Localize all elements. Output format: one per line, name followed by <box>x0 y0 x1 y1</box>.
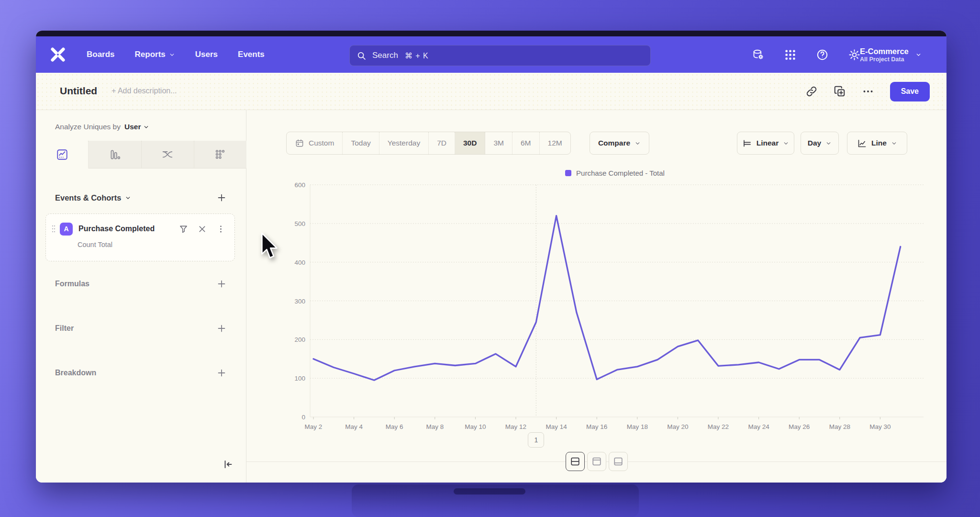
line-chart[interactable]: 0100200300400500600May 2May 4May 6May 8M… <box>287 180 943 433</box>
report-body: Analyze Uniques by User <box>36 110 947 483</box>
titlebar-actions: Save <box>805 73 947 110</box>
events-cohorts-label: Events & Cohorts <box>55 193 121 202</box>
project-switcher[interactable]: E-Commerce All Project Data <box>860 36 922 73</box>
date-range-group: Custom TodayYesterday7D30D3M6M12M <box>286 132 571 155</box>
x-tick-label: May 26 <box>789 423 810 430</box>
help-icon[interactable] <box>816 48 829 61</box>
dock-hint <box>454 488 525 495</box>
y-tick-label: 500 <box>294 220 305 227</box>
collapse-sidebar-icon[interactable] <box>222 459 234 470</box>
split-view-icon <box>570 456 580 467</box>
events-cohorts-dropdown[interactable]: Events & Cohorts <box>55 193 131 202</box>
events-cohorts-header: Events & Cohorts <box>55 192 227 203</box>
duplicate-icon[interactable] <box>834 85 846 98</box>
event-metric[interactable]: Count Total <box>78 241 112 248</box>
data-icon[interactable] <box>752 48 765 61</box>
chevron-down-icon <box>783 140 789 146</box>
drag-handle-icon[interactable] <box>51 224 56 234</box>
breakdown-label: Breakdown <box>55 369 96 377</box>
x-tick-label: May 30 <box>869 423 891 430</box>
nav-reports-label: Reports <box>135 50 166 59</box>
flow-chart-icon <box>161 148 174 161</box>
split-view-toggle[interactable] <box>566 452 585 471</box>
x-tick-label: May 8 <box>426 423 444 430</box>
interval-label: Day <box>808 139 821 147</box>
filter-funnel-icon[interactable] <box>178 224 189 234</box>
nav-events-label: Events <box>238 50 265 59</box>
range-button-7d[interactable]: 7D <box>429 132 455 154</box>
panel-bottom-icon <box>613 456 624 467</box>
range-button-30d[interactable]: 30D <box>455 132 485 154</box>
nav-events[interactable]: Events <box>238 50 265 59</box>
add-breakdown-icon[interactable] <box>216 368 227 378</box>
search-placeholder: Search <box>372 51 398 60</box>
y-tick-label: 600 <box>294 181 305 189</box>
line-type-icon <box>857 138 867 148</box>
scatter-chart-icon <box>214 148 226 161</box>
add-formula-icon[interactable] <box>216 279 227 289</box>
event-card[interactable]: A Purchase Completed Count Total <box>45 214 235 261</box>
report-title[interactable]: Untitled <box>60 85 97 97</box>
x-tick-label: May 12 <box>505 423 526 430</box>
analyze-by-dropdown[interactable]: User <box>124 123 149 131</box>
chart-panel: Custom TodayYesterday7D30D3M6M12M Compar… <box>246 110 947 483</box>
legend-swatch <box>565 170 571 176</box>
remove-event-icon[interactable] <box>197 224 207 234</box>
header-icon-group <box>752 36 861 73</box>
more-icon[interactable] <box>862 85 874 98</box>
mixpanel-logo-icon[interactable] <box>49 46 67 63</box>
chevron-down-icon <box>635 140 641 146</box>
section-filter: Filter <box>55 322 227 335</box>
chevron-down-icon <box>825 140 832 146</box>
range-button-12m[interactable]: 12M <box>540 132 570 154</box>
tab-line-chart[interactable] <box>36 141 89 169</box>
compare-label: Compare <box>598 139 630 147</box>
chevron-down-icon <box>915 52 922 58</box>
range-custom-button[interactable]: Custom <box>287 132 343 154</box>
scale-dropdown[interactable]: Linear <box>737 132 794 155</box>
calendar-icon <box>295 138 304 148</box>
y-tick-label: 0 <box>301 414 305 421</box>
kebab-menu-icon[interactable] <box>216 224 226 234</box>
search-icon <box>356 51 367 61</box>
window-chrome-edge <box>36 31 947 36</box>
desktop-background: Boards Reports Users Events Search ⌘ + K <box>0 0 980 517</box>
tab-scatter-chart[interactable] <box>194 141 246 169</box>
settings-gear-icon[interactable] <box>848 48 861 61</box>
main-nav: Boards Reports Users Events <box>87 50 265 59</box>
add-filter-icon[interactable] <box>216 323 227 334</box>
legend-label: Purchase Completed - Total <box>576 169 665 177</box>
tab-bar-chart[interactable] <box>89 141 141 169</box>
save-button[interactable]: Save <box>890 82 930 101</box>
add-description-field[interactable]: + Add description... <box>111 87 177 95</box>
analyze-row: Analyze Uniques by User <box>55 123 149 131</box>
add-event-icon[interactable] <box>216 192 227 203</box>
x-tick-label: May 10 <box>465 423 486 430</box>
nav-boards[interactable]: Boards <box>87 50 115 59</box>
panel-top-toggle[interactable] <box>587 452 606 471</box>
interval-dropdown[interactable]: Day <box>801 132 839 155</box>
annotation-badge[interactable]: 1 <box>528 432 544 448</box>
nav-users[interactable]: Users <box>195 50 218 59</box>
range-button-6m[interactable]: 6M <box>512 132 540 154</box>
nav-reports[interactable]: Reports <box>135 50 175 59</box>
x-tick-label: May 22 <box>708 423 729 430</box>
panel-bottom-toggle[interactable] <box>609 452 628 471</box>
event-name[interactable]: Purchase Completed <box>78 225 155 233</box>
chart-type-dropdown[interactable]: Line <box>847 132 907 155</box>
link-icon[interactable] <box>805 85 818 98</box>
bar-chart-icon <box>109 148 121 161</box>
x-tick-label: May 18 <box>627 423 648 430</box>
compare-dropdown[interactable]: Compare <box>590 132 649 155</box>
range-button-today[interactable]: Today <box>343 132 379 154</box>
apps-grid-icon[interactable] <box>784 48 797 61</box>
range-button-3m[interactable]: 3M <box>485 132 512 154</box>
tab-flow-chart[interactable] <box>142 141 194 169</box>
filter-label: Filter <box>55 324 74 333</box>
search-input[interactable]: Search ⌘ + K <box>349 45 651 66</box>
series-line <box>313 216 901 381</box>
range-button-yesterday[interactable]: Yesterday <box>379 132 429 154</box>
chevron-down-icon <box>125 195 131 201</box>
x-tick-label: May 6 <box>386 423 403 430</box>
chart-type-label: Line <box>871 139 887 147</box>
